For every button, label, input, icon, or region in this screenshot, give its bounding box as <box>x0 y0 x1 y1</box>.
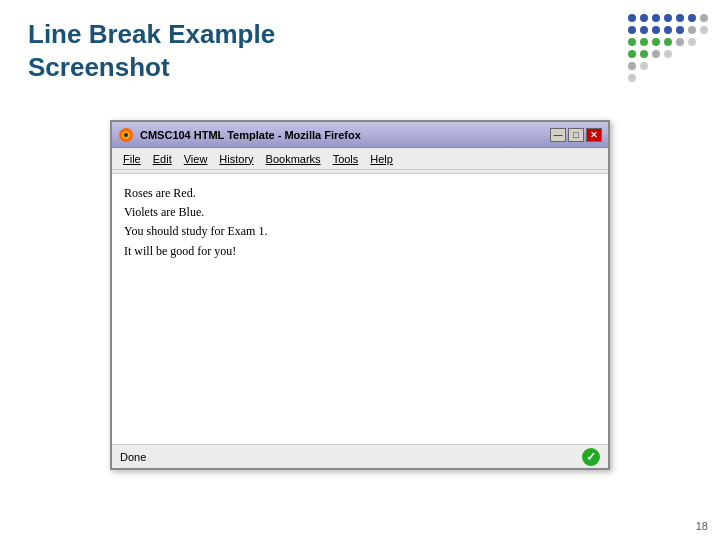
menu-bar: File Edit View History Bookmarks Tools H… <box>112 148 608 170</box>
svg-point-19 <box>688 38 696 46</box>
title-bar: CMSC104 HTML Template - Mozilla Firefox … <box>112 122 608 148</box>
svg-point-3 <box>664 14 672 22</box>
status-done-icon: ✓ <box>582 448 600 466</box>
svg-point-2 <box>652 14 660 22</box>
menu-help[interactable]: Help <box>365 151 398 167</box>
minimize-button[interactable]: — <box>550 128 566 142</box>
svg-point-6 <box>700 14 708 22</box>
content-text: Roses are Red. Violets are Blue. You sho… <box>124 184 596 261</box>
menu-view[interactable]: View <box>179 151 213 167</box>
close-button[interactable]: ✕ <box>586 128 602 142</box>
window-controls[interactable]: — □ ✕ <box>550 128 602 142</box>
menu-edit[interactable]: Edit <box>148 151 177 167</box>
svg-point-18 <box>676 38 684 46</box>
svg-point-7 <box>628 26 636 34</box>
svg-point-4 <box>676 14 684 22</box>
svg-point-10 <box>664 26 672 34</box>
status-bar: Done ✓ <box>112 444 608 468</box>
title-bar-text: CMSC104 HTML Template - Mozilla Firefox <box>140 129 550 141</box>
svg-point-9 <box>652 26 660 34</box>
svg-point-15 <box>640 38 648 46</box>
svg-point-17 <box>664 38 672 46</box>
svg-point-14 <box>628 38 636 46</box>
firefox-icon <box>118 127 134 143</box>
svg-point-5 <box>688 14 696 22</box>
page-number: 18 <box>696 520 708 532</box>
content-line-2: Violets are Blue. <box>124 203 596 222</box>
svg-point-20 <box>628 50 636 58</box>
svg-point-25 <box>640 62 648 70</box>
svg-point-26 <box>628 74 636 82</box>
svg-point-24 <box>628 62 636 70</box>
svg-point-0 <box>628 14 636 22</box>
content-line-4: It will be good for you! <box>124 242 596 261</box>
slide-title: Line Break Example Screenshot <box>28 18 275 83</box>
menu-history[interactable]: History <box>214 151 258 167</box>
svg-point-16 <box>652 38 660 46</box>
menu-file[interactable]: File <box>118 151 146 167</box>
maximize-button[interactable]: □ <box>568 128 584 142</box>
svg-point-21 <box>640 50 648 58</box>
content-line-1: Roses are Red. <box>124 184 596 203</box>
svg-point-23 <box>664 50 672 58</box>
browser-window: CMSC104 HTML Template - Mozilla Firefox … <box>110 120 610 470</box>
svg-point-22 <box>652 50 660 58</box>
svg-point-8 <box>640 26 648 34</box>
status-text: Done <box>120 451 146 463</box>
decorative-dot-grid <box>622 8 712 88</box>
content-line-3: You should study for Exam 1. <box>124 222 596 241</box>
svg-point-11 <box>676 26 684 34</box>
svg-point-13 <box>700 26 708 34</box>
content-area: Roses are Red. Violets are Blue. You sho… <box>112 174 608 444</box>
svg-point-1 <box>640 14 648 22</box>
svg-point-12 <box>688 26 696 34</box>
menu-tools[interactable]: Tools <box>328 151 364 167</box>
svg-point-29 <box>124 133 128 137</box>
menu-bookmarks[interactable]: Bookmarks <box>261 151 326 167</box>
